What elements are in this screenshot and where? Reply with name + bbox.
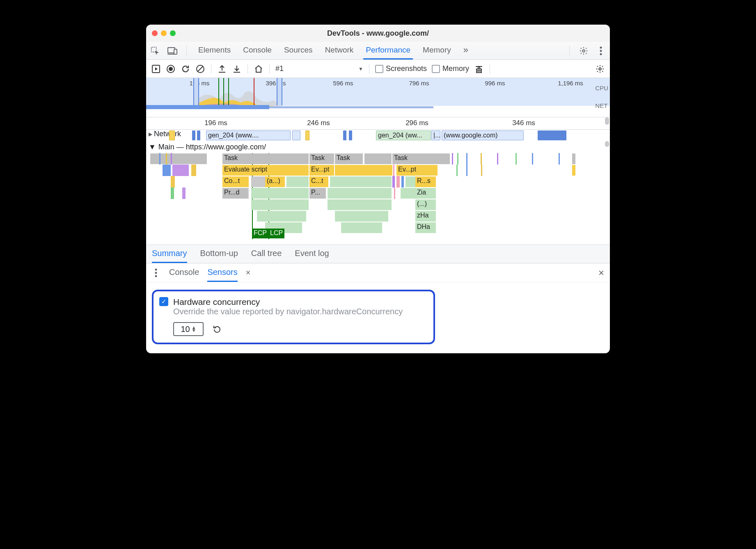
lcp-marker[interactable]: LCP	[268, 229, 284, 238]
track-header[interactable]: Network	[154, 130, 181, 138]
tab-network[interactable]: Network	[323, 42, 356, 59]
overview-tick: 996 ms	[485, 80, 505, 87]
task-block[interactable]: Task	[309, 153, 334, 164]
dropdown-caret-icon: ▼	[358, 66, 363, 72]
svg-point-5	[600, 46, 602, 48]
script-block[interactable]: Evaluate script	[222, 165, 309, 176]
clear-button[interactable]	[195, 64, 205, 74]
memory-label: Memory	[442, 64, 469, 73]
detail-tab-calltree[interactable]: Call tree	[251, 245, 282, 263]
devtools-tabstrip: Elements Console Sources Network Perform…	[146, 42, 610, 60]
recording-selector[interactable]: #1 ▼	[275, 64, 363, 73]
ruler-tick: 346 ms	[512, 119, 535, 127]
fn-block[interactable]: Pr...d	[222, 188, 248, 199]
perf-detail-tabstrip: Summary Bottom-up Call tree Event log	[146, 245, 610, 263]
home-icon[interactable]	[254, 64, 263, 74]
perf-settings-icon[interactable]	[595, 64, 605, 74]
fn-block[interactable]: zHa	[415, 211, 436, 222]
hc-reset-icon[interactable]	[212, 324, 222, 334]
hc-description: Override the value reported by navigator…	[173, 307, 403, 316]
detail-tab-eventlog[interactable]: Event log	[295, 245, 329, 263]
hc-checkbox[interactable]: ✓	[159, 297, 168, 306]
devtools-window: DevTools - www.google.com/ Elements Cons…	[146, 25, 610, 353]
fn-block[interactable]: P...	[309, 188, 326, 199]
fn-block[interactable]: C...t	[309, 176, 328, 187]
task-block[interactable]: Task	[335, 153, 363, 164]
memory-checkbox[interactable]: Memory	[432, 64, 469, 73]
settings-icon[interactable]	[579, 46, 589, 56]
network-track: ▶Network gen_204 (www.... gen_204 (ww...…	[146, 130, 610, 141]
drawer-tab-close-icon[interactable]: ×	[246, 268, 251, 277]
detail-tab-bottomup[interactable]: Bottom-up	[200, 245, 238, 263]
drawer-menu-icon[interactable]	[151, 268, 161, 278]
ruler-tick: 246 ms	[307, 119, 330, 127]
play-button[interactable]	[151, 64, 161, 74]
fcp-marker[interactable]: FCP	[252, 229, 268, 238]
scroll-thumb[interactable]	[605, 117, 609, 125]
svg-point-10	[169, 67, 173, 71]
task-block[interactable]: Task	[392, 153, 450, 164]
svg-point-4	[582, 50, 585, 52]
network-request[interactable]: gen_204 (www....	[206, 130, 291, 140]
net-label: NET	[595, 102, 608, 109]
fn-block[interactable]: DHa	[415, 222, 436, 233]
unchecked-box-icon	[432, 65, 440, 73]
ruler-tick: 196 ms	[204, 119, 227, 127]
tab-elements[interactable]: Elements	[196, 42, 233, 59]
download-profile-icon[interactable]	[232, 64, 242, 74]
fn-block[interactable]: (a...)	[265, 176, 285, 187]
network-request[interactable]: (www.google.com)	[442, 130, 524, 140]
scroll-thumb[interactable]	[605, 141, 609, 147]
overview-pane[interactable]: 196 ms 396 ms 596 ms 796 ms 996 ms 1,196…	[146, 78, 610, 117]
drawer-tabstrip: Console Sensors × ×	[146, 263, 610, 282]
garbage-collect-icon[interactable]	[474, 64, 484, 74]
script-block[interactable]: Ev...pt	[396, 165, 438, 176]
tab-sources[interactable]: Sources	[282, 42, 315, 59]
script-block[interactable]: Ev...pt	[309, 165, 334, 176]
window-title: DevTools - www.google.com/	[146, 29, 610, 38]
sensors-panel: ✓ Hardware concurrency Override the valu…	[146, 282, 610, 353]
cpu-label: CPU	[595, 85, 608, 92]
svg-point-6	[600, 50, 602, 52]
window-titlebar: DevTools - www.google.com/	[146, 25, 610, 42]
hc-value-input[interactable]: 10 ▲▼	[173, 322, 204, 336]
main-track-header[interactable]: ▼Main — https://www.google.com/	[146, 141, 610, 153]
drawer-tab-console[interactable]: Console	[169, 263, 199, 282]
drawer-close-icon[interactable]: ×	[598, 267, 604, 279]
stepper-arrows-icon: ▲▼	[192, 326, 196, 332]
svg-rect-3	[174, 49, 177, 54]
fn-block[interactable]: (...)	[415, 199, 436, 210]
screenshots-label: Screenshots	[386, 64, 427, 73]
screenshots-checkbox[interactable]: Screenshots	[375, 64, 427, 73]
main-flamechart[interactable]: Task Task Task Task Evaluate s	[146, 153, 610, 239]
overview-handle-left[interactable]	[193, 78, 199, 105]
detail-tab-summary[interactable]: Summary	[152, 245, 187, 263]
hc-value: 10	[181, 325, 190, 334]
unchecked-box-icon	[375, 65, 383, 73]
svg-point-23	[155, 275, 157, 277]
record-button[interactable]	[166, 64, 176, 74]
svg-point-20	[599, 68, 601, 70]
flamechart-pane[interactable]: 196 ms 246 ms 296 ms 346 ms ▶Network gen…	[146, 117, 610, 245]
fn-block[interactable]: Co...t	[222, 176, 249, 187]
tab-performance[interactable]: Performance	[363, 42, 413, 59]
tab-more-icon[interactable]: »	[461, 42, 471, 59]
reload-button[interactable]	[181, 64, 190, 74]
overview-tick: 196 ms	[189, 80, 209, 87]
fn-block[interactable]: Zia	[415, 188, 436, 199]
tab-console[interactable]: Console	[241, 42, 274, 59]
fn-block[interactable]: R...s	[415, 176, 436, 187]
network-request[interactable]: gen_204 (ww...	[376, 130, 431, 140]
drawer-tab-sensors[interactable]: Sensors	[207, 263, 237, 282]
upload-profile-icon[interactable]	[217, 64, 227, 74]
performance-toolbar: #1 ▼ Screenshots Memory	[146, 60, 610, 78]
kebab-menu-icon[interactable]	[596, 46, 606, 56]
tab-memory[interactable]: Memory	[420, 42, 454, 59]
device-toolbar-icon[interactable]	[167, 46, 177, 56]
overview-tick: 396 ms	[266, 80, 286, 87]
overview-handle-right[interactable]	[277, 78, 282, 105]
overview-tick: 796 ms	[409, 80, 429, 87]
network-request[interactable]: |...	[431, 130, 440, 140]
inspect-element-icon[interactable]	[150, 46, 160, 56]
task-block[interactable]: Task	[222, 153, 309, 164]
